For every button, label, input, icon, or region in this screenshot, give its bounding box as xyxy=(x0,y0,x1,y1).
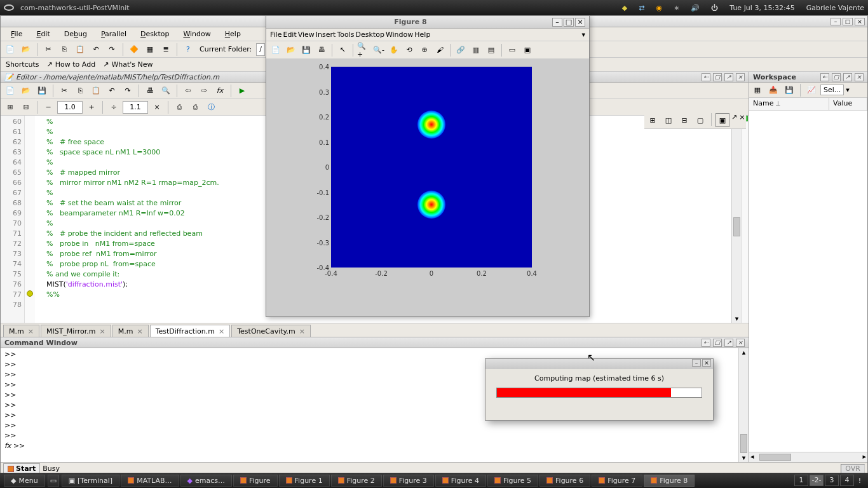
open-folder-icon[interactable]: 📂 xyxy=(19,43,33,57)
redo-icon[interactable]: ↷ xyxy=(105,43,119,57)
taskbar-item[interactable]: ▣[Terminal] xyxy=(62,475,119,487)
editor-vscrollbar[interactable]: ▴ ▾ xyxy=(731,116,742,323)
ws-col-value[interactable]: Value xyxy=(829,98,867,110)
ws-close-icon[interactable]: × xyxy=(855,73,864,81)
new-script-icon[interactable]: 📄 xyxy=(3,84,17,98)
workspace-hscrollbar[interactable]: ◂ ▸ xyxy=(749,452,867,462)
close-tab-icon[interactable]: × xyxy=(28,327,34,336)
ws-new-icon[interactable]: ▦ xyxy=(750,83,764,97)
ws-dock-icon[interactable]: ⇠ xyxy=(820,73,829,81)
print-icon[interactable]: 🖶 xyxy=(143,84,157,98)
ws-select-dropdown[interactable]: Sel... xyxy=(820,85,844,95)
simulink-icon[interactable]: 🔶 xyxy=(127,43,141,57)
cw-close-icon[interactable]: × xyxy=(736,339,745,347)
figure-titlebar[interactable]: Figure 8 – □ × xyxy=(266,16,589,29)
power-icon[interactable]: ⏻ xyxy=(711,4,718,12)
taskbar-item[interactable]: Figure 7 xyxy=(592,475,642,487)
fig-datatip-icon[interactable]: ⊕ xyxy=(417,43,431,57)
undo-icon[interactable]: ↶ xyxy=(89,43,103,57)
tile-left-right-icon[interactable]: ◫ xyxy=(661,113,675,127)
fig-close-button[interactable]: × xyxy=(575,18,585,27)
show-desktop-button[interactable]: ▭ xyxy=(48,475,59,487)
activities-icon[interactable] xyxy=(4,4,14,11)
nav-fwd-icon[interactable]: ⇨ xyxy=(197,84,211,98)
taskbar-item[interactable]: Figure 6 xyxy=(539,475,590,487)
taskbar-item[interactable]: MATLAB… xyxy=(121,475,179,487)
cw-dock-icon[interactable]: ⇠ xyxy=(702,339,710,347)
close-tab-icon[interactable]: × xyxy=(219,327,224,336)
guide-icon[interactable]: ▦ xyxy=(143,43,157,57)
network-icon[interactable]: ⇄ xyxy=(639,4,644,12)
progress-titlebar[interactable]: – × xyxy=(485,359,713,369)
divide-icon[interactable]: ÷ xyxy=(107,100,121,114)
taskbar-item[interactable]: ◆emacs… xyxy=(180,475,232,487)
fig-legend-icon[interactable]: ▤ xyxy=(484,43,498,57)
pager-workspace[interactable]: 3 xyxy=(825,475,839,486)
taskbar-item[interactable]: Figure 5 xyxy=(487,475,538,487)
axes[interactable] xyxy=(331,67,532,268)
scroll-thumb[interactable] xyxy=(740,434,747,453)
current-folder-input[interactable] xyxy=(256,43,265,56)
close-tab-icon[interactable]: × xyxy=(99,327,105,336)
fig-pointer-icon[interactable]: ↖ xyxy=(336,43,349,57)
menu-debug[interactable]: Debug xyxy=(58,29,93,39)
fig-new-icon[interactable]: 📄 xyxy=(269,43,283,57)
fig-menu-more-icon[interactable]: ▾ xyxy=(581,30,585,39)
fig-save-icon[interactable]: 💾 xyxy=(299,43,313,57)
pd-close-button[interactable]: × xyxy=(702,359,711,367)
tile-float-icon[interactable]: ▢ xyxy=(693,113,707,127)
shortcut-whats-new[interactable]: ↗ What's New xyxy=(103,60,153,69)
fig-menu-view[interactable]: View xyxy=(298,30,315,39)
sub-undock-icon[interactable]: ↗ xyxy=(731,113,737,127)
paste-icon[interactable]: 📋 xyxy=(73,43,87,57)
updates-icon[interactable]: ◉ xyxy=(656,4,663,12)
close-tab-icon[interactable]: × xyxy=(137,327,142,336)
fig-zoomin-icon[interactable]: 🔍+ xyxy=(356,43,370,57)
cut-icon[interactable]: ✂ xyxy=(57,84,71,98)
fig-menu-tools[interactable]: Tools xyxy=(337,30,354,39)
taskbar-item[interactable]: Figure xyxy=(233,475,278,487)
volume-icon[interactable]: 🔊 xyxy=(691,4,700,12)
sub-close-icon[interactable]: × xyxy=(739,113,745,127)
clock[interactable]: Tue Jul 3, 15:32:45 xyxy=(729,4,794,12)
zoom-out-input[interactable] xyxy=(57,101,83,114)
tile-all-icon[interactable]: ⊞ xyxy=(646,113,660,127)
fig-maximize-button[interactable]: □ xyxy=(564,18,574,27)
fig-link-icon[interactable]: 🔗 xyxy=(454,43,468,57)
ws-save-icon[interactable]: 💾 xyxy=(782,83,796,97)
editor-tab[interactable]: MIST_Mirror.m× xyxy=(41,325,111,337)
tile-single-icon[interactable]: ▣ xyxy=(715,113,729,127)
paste-icon[interactable]: 📋 xyxy=(89,84,103,98)
cw-restore-icon[interactable]: □ xyxy=(713,339,722,347)
help-icon[interactable]: ? xyxy=(181,43,195,57)
fig-menu-insert[interactable]: Insert xyxy=(316,30,336,39)
fig-menu-edit[interactable]: Edit xyxy=(283,30,296,39)
shield-icon[interactable]: ◆ xyxy=(622,4,627,12)
bluetooth-icon[interactable]: ∗ xyxy=(674,4,679,12)
taskbar-item[interactable]: Figure 3 xyxy=(383,475,434,487)
nav-back-icon[interactable]: ⇦ xyxy=(181,84,195,98)
taskbar-item[interactable]: Figure 8 xyxy=(644,475,695,487)
ws-plot-icon[interactable]: 📈 xyxy=(804,83,818,97)
undo-icon[interactable]: ↶ xyxy=(105,84,119,98)
pager-workspace[interactable]: 4 xyxy=(840,475,854,486)
editor-restore-icon[interactable]: □ xyxy=(713,73,722,81)
profiler-icon[interactable]: ≣ xyxy=(159,43,173,57)
fig-zoomout-icon[interactable]: 🔍- xyxy=(372,43,386,57)
times-icon[interactable]: × xyxy=(150,100,164,114)
fig-open-icon[interactable]: 📂 xyxy=(284,43,298,57)
fig-menu-help[interactable]: Help xyxy=(414,30,430,39)
zoom-in-input[interactable] xyxy=(123,101,148,114)
fig-rotate-icon[interactable]: ⟲ xyxy=(402,43,416,57)
new-file-icon[interactable]: 📄 xyxy=(3,43,17,57)
copy-icon[interactable]: ⎘ xyxy=(73,84,87,98)
shortcut-how-to-add[interactable]: ↗ How to Add xyxy=(47,60,96,69)
scroll-thumb[interactable] xyxy=(759,454,791,461)
cut-icon[interactable]: ✂ xyxy=(41,43,55,57)
function-icon[interactable]: fx xyxy=(213,84,227,98)
fig-brush-icon[interactable]: 🖌 xyxy=(433,43,447,57)
fig-minimize-button[interactable]: – xyxy=(552,18,562,27)
editor-tab[interactable]: TestDiffraction.m× xyxy=(150,325,231,337)
menu-desktop[interactable]: Desktop xyxy=(134,29,175,39)
plus-icon[interactable]: + xyxy=(85,100,98,114)
